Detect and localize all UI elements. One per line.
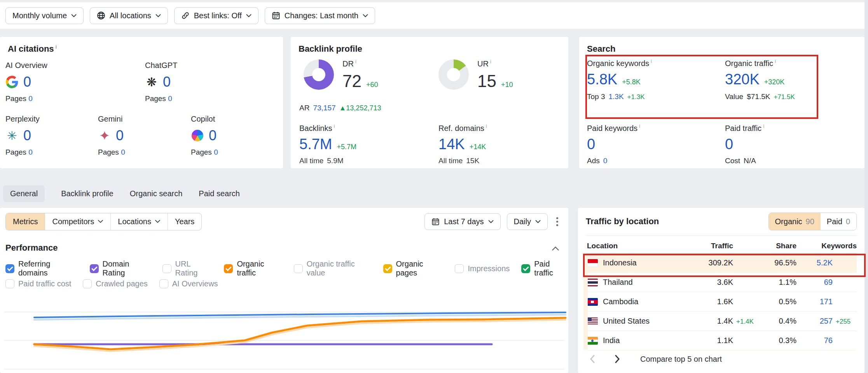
checkbox-box[interactable] [5, 264, 14, 273]
ar-value-link[interactable]: 73,157 [313, 104, 335, 112]
perplexity-count[interactable]: 0 [23, 127, 31, 144]
checkbox-box[interactable] [90, 264, 99, 273]
united-states-flag-icon [587, 317, 598, 325]
pagination-next-icon[interactable] [611, 352, 624, 366]
column-share[interactable]: Share [756, 242, 796, 250]
ads-value-link[interactable]: 0 [603, 157, 608, 165]
keywords-link[interactable]: 69 [824, 278, 833, 287]
chatgpt-pages-link[interactable]: 0 [168, 94, 172, 103]
checkbox-organic-traffic[interactable]: Organic traffic [224, 260, 282, 277]
checkbox-box[interactable] [5, 279, 14, 288]
checkbox-paid-traffic[interactable]: Paid traffic [521, 260, 568, 277]
keywords-link[interactable]: 5.2K [817, 258, 833, 267]
traffic-table: Location Traffic Share Keywords Indonesi… [586, 239, 857, 350]
copilot-pages-link[interactable]: 0 [214, 148, 218, 156]
checkbox-url-rating[interactable]: URL Rating [162, 260, 213, 277]
scrollbar-track[interactable] [865, 0, 868, 373]
table-row-united-states[interactable]: United States 1.4K+1.4K 0.4% 257+255 [586, 312, 857, 331]
ur-label[interactable]: UR [477, 59, 513, 68]
compare-top5-button[interactable]: Compare top 5 on chart [640, 355, 722, 364]
kebab-menu-icon[interactable] [554, 214, 561, 229]
tab-general[interactable]: General [3, 185, 45, 202]
paid-traffic-label[interactable]: Paid traffic [725, 123, 764, 133]
paid-traffic-value[interactable]: 0 [725, 136, 733, 153]
checkbox-box[interactable] [83, 279, 92, 288]
checkbox-box[interactable] [294, 264, 303, 273]
changes-dropdown[interactable]: Changes: Last month [265, 7, 375, 24]
column-location[interactable]: Location [586, 242, 664, 250]
checkbox-referring-domains[interactable]: Referring domains [5, 260, 78, 277]
paid-keywords-label[interactable]: Paid keywords [587, 123, 640, 133]
gemini-count[interactable]: 0 [116, 127, 124, 144]
india-flag-icon [587, 337, 598, 345]
checkbox-domain-rating[interactable]: Domain Rating [90, 260, 151, 277]
organic-keywords-value[interactable]: 5.8K [587, 71, 617, 88]
tab-organic-search[interactable]: Organic search [130, 185, 183, 202]
gemini-pages-link[interactable]: 0 [121, 148, 125, 156]
ai-engine-ai-overview: AI Overview 0 Pages 0 [5, 61, 47, 103]
monthly-volume-dropdown[interactable]: Monthly volume [5, 7, 84, 24]
tab-paid-search[interactable]: Paid search [199, 185, 240, 202]
keywords-link[interactable]: 76 [824, 336, 833, 345]
toggle-organic[interactable]: Organic90 [769, 213, 821, 230]
pages-label: Pages [191, 148, 212, 156]
ref-domains-value[interactable]: 14K [438, 136, 465, 153]
checkbox-crawled-pages[interactable]: Crawled pages [83, 279, 147, 288]
tab-backlink-profile[interactable]: Backlink profile [61, 185, 114, 202]
table-row-indonesia[interactable]: Indonesia 309.2K 96.5% 5.2K [586, 253, 857, 273]
checkbox-box[interactable] [224, 264, 233, 273]
chevron-down-icon [71, 14, 77, 17]
backlinks-value[interactable]: 5.7M [299, 136, 332, 153]
checkbox-box[interactable] [521, 264, 530, 273]
checkbox-organic-pages[interactable]: Organic pages [383, 260, 444, 277]
checkbox-box[interactable] [383, 264, 392, 273]
column-keywords[interactable]: Keywords [821, 242, 857, 250]
gemini-icon: ✦ [98, 129, 111, 142]
checkbox-organic-traffic-value[interactable]: Organic traffic value [294, 260, 372, 277]
chatgpt-count[interactable]: 0 [163, 74, 171, 90]
performance-card: Metrics Competitors Locations Years Last… [0, 208, 568, 373]
pagination-prev-icon[interactable] [586, 352, 599, 366]
organic-keywords-label[interactable]: Organic keywords [587, 58, 652, 68]
checkbox-paid-traffic-cost[interactable]: Paid traffic cost [5, 279, 71, 288]
backlink-profile-title: Backlink profile [299, 44, 362, 54]
checkbox-box[interactable] [159, 279, 168, 288]
column-traffic[interactable]: Traffic [711, 242, 733, 250]
copilot-count[interactable]: 0 [209, 127, 217, 144]
perplexity-pages-link[interactable]: 0 [28, 148, 33, 156]
organic-traffic-label[interactable]: Organic traffic [725, 58, 795, 68]
top3-value-link[interactable]: 1.3K [608, 92, 623, 101]
locations-dropdown[interactable]: All locations [90, 7, 168, 24]
best-links-dropdown[interactable]: Best links: Off [174, 7, 258, 24]
keywords-link[interactable]: 257 [820, 317, 833, 326]
ref-domains-label[interactable]: Ref. domains [438, 123, 487, 133]
checkbox-ai-overviews[interactable]: AI Overviews [159, 279, 218, 288]
segment-locations[interactable]: Locations [110, 213, 168, 230]
ref-domains-alltime-value: 15K [466, 157, 479, 165]
checkbox-box[interactable] [162, 264, 171, 273]
checkbox-box[interactable] [455, 264, 464, 273]
organic-paid-toggle: Organic90 Paid0 [768, 213, 857, 230]
organic-traffic-value[interactable]: 320K [725, 71, 760, 88]
paid-keywords-value[interactable]: 0 [587, 136, 595, 153]
toggle-paid[interactable]: Paid0 [821, 213, 856, 230]
checkbox-impressions[interactable]: Impressions [455, 264, 510, 273]
segment-metrics[interactable]: Metrics [6, 213, 45, 230]
date-range-label: Last 7 days [444, 217, 484, 226]
section-tabs: General Backlink profile Organic search … [3, 185, 240, 202]
ai-overview-pages-link[interactable]: 0 [28, 94, 33, 103]
value-amount: $71.5K [747, 92, 770, 101]
table-row-cambodia[interactable]: Cambodia 1.6K 0.5% 171 [586, 292, 857, 312]
keywords-link[interactable]: 171 [820, 297, 833, 306]
table-row-thailand[interactable]: Thailand 3.6K 1.1% 69 [586, 273, 857, 292]
ai-overview-count[interactable]: 0 [23, 74, 31, 90]
segment-years[interactable]: Years [168, 213, 201, 230]
dr-label[interactable]: DR [342, 59, 378, 68]
granularity-dropdown[interactable]: Daily [507, 213, 548, 230]
backlinks-label[interactable]: Backlinks [299, 123, 356, 133]
collapse-chevron-icon[interactable] [552, 244, 559, 253]
segment-competitors[interactable]: Competitors [45, 213, 110, 230]
date-range-dropdown[interactable]: Last 7 days [424, 213, 500, 230]
table-row-india[interactable]: India 1.1K 0.3% 76 [586, 331, 857, 350]
organic-keywords-delta: +5.8K [622, 78, 641, 86]
